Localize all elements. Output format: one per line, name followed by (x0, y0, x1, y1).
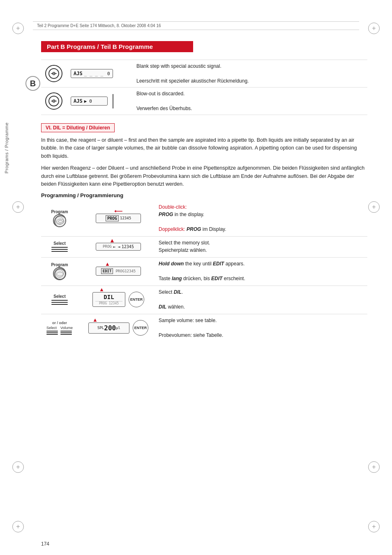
desc-2-de: Verwerfen des Überhubs. (136, 106, 192, 111)
desc-1-de: Leerschritt mit spezieller akustischer R… (136, 78, 249, 84)
svg-point-8 (58, 220, 62, 223)
sample-vol-en: Sample volume: see table. (159, 318, 217, 323)
reg-mark-bmr (368, 461, 380, 473)
dil-period: . (182, 289, 183, 295)
svg-point-9 (55, 269, 65, 279)
display-text-2: AJS (74, 98, 83, 104)
vol-unit: μl (116, 326, 120, 330)
prog-title: Programming / Programmierung (41, 192, 367, 198)
desc-1: Blank step with special acoustic signal.… (136, 62, 363, 85)
desc-2: Blow-out is discarded. Verwerfen des Übe… (136, 90, 363, 112)
reg-mark-mr (368, 201, 380, 213)
icon-row-1: AJS _ _ _ _ 0 Blank step with special ac… (41, 60, 367, 88)
volume-stack-wrap: Volume (60, 326, 73, 335)
icon-cell-2 (41, 88, 67, 115)
select-stack-wrap: Select (46, 326, 58, 335)
reg-mark-bl (12, 521, 24, 532)
stack-line-2c (51, 304, 68, 305)
display-row-2: AJS ▶ 0 (71, 94, 128, 108)
vol-number: 200 (104, 324, 116, 332)
prog-label-select-1: Select (53, 241, 65, 246)
in-display: in the display. (173, 212, 204, 217)
icon-cell-1 (41, 60, 67, 88)
body-text-en: In this case, the reagent – or diluent –… (41, 136, 367, 160)
dil-waehlen: wählen. (166, 304, 185, 310)
reg-mark-ml (12, 201, 24, 213)
icon-table: AJS _ _ _ _ 0 Blank step with special ac… (41, 60, 367, 115)
vol-arrow-up: ▲ (92, 317, 98, 323)
prog-row-3-left: Program (41, 263, 78, 280)
select-memory-en: Select the memory slot. (159, 240, 210, 246)
edit-kbd: EDIT (101, 268, 113, 274)
double-click-arrow: ⟵ (114, 208, 122, 214)
display-zero-2: 0 (89, 99, 92, 104)
prog-row-3-center: ▲ EDIT PROG12345 (81, 267, 155, 276)
vol-display: SPL 200 μl (88, 322, 129, 334)
or-oder-label: or / oder (52, 321, 67, 325)
prog-row-1: Program ⟵ PROG 12345 Double-click: PROG … (41, 203, 367, 233)
stack-line-2b (51, 302, 68, 303)
prog-row-5-desc: Sample volume: see table. Probevolumen: … (159, 317, 367, 339)
edit-display: EDIT PROG12345 (96, 267, 141, 276)
part-header: Part B Programs / Teil B Programme (41, 41, 193, 52)
select-vol-wrap: Select Volume (46, 326, 73, 335)
prog-bold-italic-de: PROG (187, 226, 201, 232)
prog-bold-italic: PROG (159, 212, 173, 217)
desc-2-en: Blow-out is discarded. (136, 91, 184, 97)
dil-display-wrap: ▲ DIL PROG 12345 (92, 292, 125, 307)
meta-bar: Teil 2 Programme D+E Seite 174 Mittwoch,… (33, 21, 359, 30)
body-text-de: Hier werden Reagenz – oder Diluent – und… (41, 164, 367, 188)
select-dil-en: Select (159, 289, 174, 295)
select-memory-de: Speicherplatz wählen. (159, 247, 207, 253)
edit-bold-de: EDIT (211, 276, 222, 281)
device-icon-1 (45, 65, 62, 82)
enter-label-4: ENTER (130, 297, 143, 302)
dil-arrow-up: ▲ (99, 286, 104, 292)
enter-label-5: ENTER (134, 326, 147, 330)
vl-5a (60, 331, 72, 332)
prog-display-1: PROG 12345 (96, 214, 141, 223)
prog-display-wrap-1: ⟵ PROG 12345 (96, 214, 141, 223)
slot-prog-label: PROG (103, 244, 112, 249)
stack-line-2a (51, 300, 68, 301)
svg-point-10 (57, 272, 63, 276)
double-click-label: Double-click: (159, 204, 187, 210)
edit-prog-sub: PROG12345 (115, 269, 136, 273)
stack-line-1c (51, 251, 68, 252)
stack-line-1a (51, 247, 68, 248)
prog-label-3: Program (51, 263, 68, 267)
volume-lines-5 (60, 331, 73, 335)
meta-text: Teil 2 Programme D+E Seite 174 Mittwoch,… (37, 23, 161, 28)
section-b-letter: B (30, 79, 36, 88)
prog-kbd-prog: PROG (106, 215, 119, 221)
page-number: 174 (41, 541, 49, 547)
display-dashes-1: _ _ _ _ (84, 71, 103, 76)
hold-down-rest: the key until (184, 261, 213, 267)
prog-row-2-desc: Select the memory slot. Speicherplatz wä… (159, 239, 367, 254)
section-b-marker: B (25, 76, 40, 91)
main-content: Part B Programs / Teil B Programme AJS (41, 41, 367, 530)
erscheint: erscheint. (222, 276, 245, 281)
vol-prefix: SPL (97, 326, 104, 330)
lang-bold: lang (172, 276, 182, 281)
vol-enter-wrap: ▲ SPL 200 μl ENTER (88, 320, 148, 336)
dil-bold-de: DIL (159, 304, 166, 310)
sidebar-label-text: Programs / Programme (4, 122, 9, 173)
dil-text: DIL (104, 294, 114, 300)
enter-btn-5: ENTER (133, 320, 148, 336)
desc-cell-2: Blow-out is discarded. Verwerfen des Übe… (132, 88, 367, 115)
reg-mark-bml (12, 461, 24, 473)
svg-point-7 (57, 219, 64, 224)
reg-mark-tr (368, 23, 380, 34)
druecken: drücken, bis (182, 276, 211, 281)
edit-bold: EDIT (213, 261, 224, 267)
svg-point-6 (55, 216, 66, 227)
desc-1-en: Blank step with special acoustic signal. (136, 63, 221, 69)
vl-5b (60, 332, 72, 333)
edit-display-wrap: ▲ EDIT PROG12345 (96, 267, 141, 276)
device-icon-2 (45, 92, 62, 110)
prog-row-2: Select ▲ PROG ← → 12345 Select the memor… (41, 239, 367, 254)
prog-row-5-center: ▲ SPL 200 μl ENTER (81, 320, 155, 336)
display-2: AJS ▶ 0 (71, 97, 108, 106)
dil-sub: PROG 12345 (95, 301, 122, 305)
